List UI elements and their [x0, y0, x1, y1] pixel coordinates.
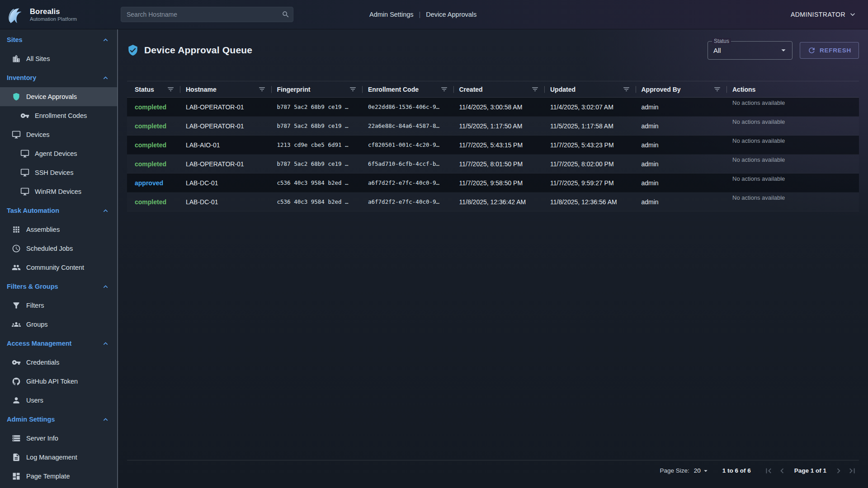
- table-row[interactable]: completedLAB-AIO-011213 cd9e cbe5 6d91 ……: [127, 136, 859, 155]
- cell-status: completed: [127, 136, 180, 154]
- column-header-fingerprint[interactable]: Fingerprint: [272, 81, 363, 97]
- column-filter-button[interactable]: [623, 85, 630, 93]
- column-header-label: Updated: [550, 86, 576, 93]
- cell-fingerprint: b787 5ac2 68b9 ce19 …: [272, 117, 363, 135]
- column-filter-button[interactable]: [349, 85, 357, 93]
- column-header-actions[interactable]: Actions: [727, 81, 859, 97]
- column-header-approved-by[interactable]: Approved By: [636, 81, 727, 97]
- cell-status: completed: [127, 117, 180, 135]
- cell-created: 11/4/2025, 3:00:58 AM: [454, 98, 545, 116]
- github-icon: [12, 377, 21, 386]
- cell-status: approved: [127, 174, 180, 192]
- column-header-status[interactable]: Status: [127, 81, 180, 97]
- sidebar-section-admin-settings[interactable]: Admin Settings: [0, 410, 117, 429]
- status-filter-select[interactable]: Status All: [708, 41, 793, 60]
- table-row[interactable]: completedLAB-OPERATOR-01b787 5ac2 68b9 c…: [127, 98, 859, 117]
- sidebar-item-server-info[interactable]: Server Info: [0, 429, 117, 448]
- sidebar-item-enrollment-codes[interactable]: Enrollment Codes: [0, 106, 117, 125]
- cell-approved_by: admin: [636, 192, 727, 211]
- sidebar-item-users[interactable]: Users: [0, 391, 117, 410]
- sidebar-section-label: Inventory: [7, 74, 36, 81]
- column-header-hostname[interactable]: Hostname: [180, 81, 272, 97]
- column-filter-button[interactable]: [258, 85, 266, 93]
- first-page-button[interactable]: [764, 466, 774, 476]
- sidebar-item-agent-devices[interactable]: Agent Devices: [0, 144, 117, 163]
- cell-fingerprint: c536 40c3 9584 b2ed …: [272, 192, 363, 211]
- column-header-created[interactable]: Created: [454, 81, 545, 97]
- first-page-icon: [764, 466, 774, 476]
- main-content: Device Approval Queue Status All REFRESH…: [118, 29, 868, 488]
- chevron-up-icon: [101, 282, 110, 291]
- breadcrumb-device-approvals[interactable]: Device Approvals: [426, 11, 476, 18]
- user-menu[interactable]: ADMINISTRATOR: [791, 10, 857, 19]
- column-header-label: Status: [135, 86, 154, 93]
- sidebar-section-sites[interactable]: Sites: [0, 30, 117, 49]
- pagination-bar: Page Size: 20 1 to 6 of 6 Page 1 of 1: [127, 460, 859, 481]
- cell-updated: 11/7/2025, 9:59:27 PM: [545, 174, 636, 192]
- search-input[interactable]: [121, 7, 293, 22]
- sidebar-item-label: WinRM Devices: [35, 188, 81, 195]
- breadcrumb-admin-settings[interactable]: Admin Settings: [369, 11, 414, 18]
- table-row[interactable]: completedLAB-OPERATOR-01b787 5ac2 68b9 c…: [127, 155, 859, 174]
- refresh-button[interactable]: REFRESH: [800, 42, 859, 59]
- sidebar-item-community-content[interactable]: Community Content: [0, 258, 117, 277]
- desktop-icon: [12, 130, 21, 139]
- column-filter-button[interactable]: [440, 85, 448, 93]
- column-header-label: Created: [459, 86, 483, 93]
- chevron-up-icon: [101, 36, 110, 44]
- table-row[interactable]: completedLAB-OPERATOR-01b787 5ac2 68b9 c…: [127, 117, 859, 136]
- cell-approved_by: admin: [636, 174, 727, 192]
- cell-created: 11/5/2025, 1:17:50 AM: [454, 117, 545, 135]
- column-filter-button[interactable]: [531, 85, 539, 93]
- cell-enrollment_code: cf820501-001c-4c20-9…: [363, 136, 454, 154]
- column-header-updated[interactable]: Updated: [545, 81, 636, 97]
- header-actions: Status All REFRESH: [708, 41, 859, 60]
- sidebar-item-credentials[interactable]: Credentials: [0, 353, 117, 372]
- filter-list-icon: [713, 85, 721, 93]
- cell-fingerprint: b787 5ac2 68b9 ce19 …: [272, 98, 363, 116]
- table-row[interactable]: approvedLAB-DC-01c536 40c3 9584 b2ed …a6…: [127, 174, 859, 192]
- previous-page-button[interactable]: [777, 466, 787, 476]
- arrow-drop-down-icon: [778, 45, 788, 55]
- sidebar-item-devices[interactable]: Devices: [0, 125, 117, 144]
- sidebar-section-task-automation[interactable]: Task Automation: [0, 201, 117, 220]
- sidebar-item-ssh-devices[interactable]: SSH Devices: [0, 163, 117, 182]
- sidebar-section-inventory[interactable]: Inventory: [0, 68, 117, 87]
- column-header-label: Approved By: [642, 86, 681, 93]
- sidebar-item-github-api-token[interactable]: GitHub API Token: [0, 372, 117, 391]
- next-page-button[interactable]: [834, 466, 844, 476]
- page-size-select[interactable]: 20: [694, 467, 710, 475]
- table-row[interactable]: completedLAB-DC-01c536 40c3 9584 b2ed …a…: [127, 192, 859, 211]
- sidebar-item-winrm-devices[interactable]: WinRM Devices: [0, 182, 117, 201]
- sidebar-item-assemblies[interactable]: Assemblies: [0, 220, 117, 239]
- brand-text: Borealis Automation Platform: [30, 7, 77, 22]
- sidebar-section-filters-groups[interactable]: Filters & Groups: [0, 277, 117, 296]
- user-menu-caret: [848, 10, 857, 19]
- column-filter-button[interactable]: [713, 85, 721, 93]
- cell-hostname: LAB-AIO-01: [180, 136, 272, 154]
- cell-updated: 11/4/2025, 3:02:07 AM: [545, 98, 636, 116]
- sidebar-section-access-management[interactable]: Access Management: [0, 334, 117, 353]
- cell-updated: 11/8/2025, 12:36:56 AM: [545, 192, 636, 211]
- desktop-icon: [20, 149, 29, 158]
- sidebar-item-label: Enrollment Codes: [35, 112, 87, 119]
- sidebar-item-label: Devices: [26, 131, 50, 138]
- cell-hostname: LAB-DC-01: [180, 192, 272, 211]
- cell-status: completed: [127, 155, 180, 173]
- sidebar-item-device-approvals[interactable]: Device Approvals: [0, 87, 117, 106]
- column-filter-button[interactable]: [167, 85, 175, 93]
- sidebar-item-page-template[interactable]: Page Template: [0, 467, 117, 486]
- column-header-enrollment-code[interactable]: Enrollment Code: [363, 81, 454, 97]
- cell-updated: 11/7/2025, 8:02:00 PM: [545, 155, 636, 173]
- sidebar-item-scheduled-jobs[interactable]: Scheduled Jobs: [0, 239, 117, 258]
- table-header-row: StatusHostnameFingerprintEnrollment Code…: [127, 81, 859, 98]
- pagination-nav: Page 1 of 1: [764, 466, 859, 476]
- cell-enrollment_code: 0e22dd86-1536-406c-9…: [363, 98, 454, 116]
- last-page-button[interactable]: [847, 466, 857, 476]
- sidebar-item-log-management[interactable]: Log Management: [0, 448, 117, 467]
- sidebar-item-all-sites[interactable]: All Sites: [0, 49, 117, 68]
- desktop-icon: [20, 187, 29, 196]
- cell-actions: No actions available: [727, 174, 859, 192]
- sidebar-item-filters[interactable]: Filters: [0, 296, 117, 315]
- sidebar-item-groups[interactable]: Groups: [0, 315, 117, 334]
